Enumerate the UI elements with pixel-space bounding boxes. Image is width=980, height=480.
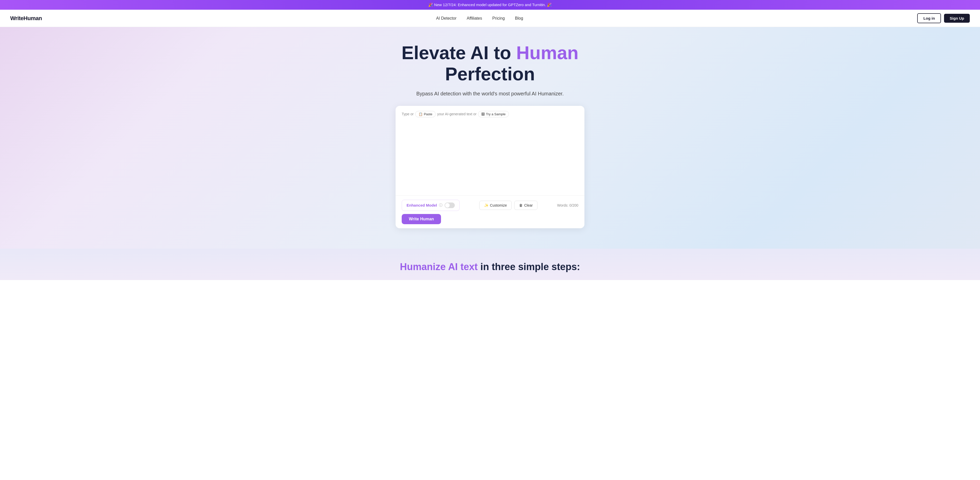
steps-title: Humanize AI text in three simple steps: (5, 261, 975, 272)
enhanced-model-label: Enhanced Model (407, 203, 437, 208)
steps-title-rest: in three simple steps: (478, 261, 580, 272)
editor-card: Type or 📋 Paste your AI-generated text o… (396, 106, 584, 228)
hero-title-part2: Perfection (445, 64, 535, 84)
textarea-header: Type or 📋 Paste your AI-generated text o… (402, 111, 578, 117)
hero-title: Elevate AI to Human Perfection (375, 42, 605, 85)
announcement-emoji-right: 🎉 (547, 3, 552, 7)
main-textarea[interactable] (402, 120, 578, 192)
nav-link-blog[interactable]: Blog (515, 16, 523, 21)
card-footer: Enhanced Model ⓘ ✨ Customize 🗑 Clear Wor… (396, 195, 584, 228)
hero-subtitle: Bypass AI detection with the world's mos… (416, 91, 563, 97)
action-buttons: ✨ Customize 🗑 Clear (479, 201, 538, 210)
logo[interactable]: WriteHuman (10, 15, 42, 22)
clear-button[interactable]: 🗑 Clear (514, 201, 538, 210)
hero-title-part1: Elevate AI to (401, 43, 516, 63)
enhanced-model-section: Enhanced Model ⓘ (402, 200, 460, 211)
navbar: WriteHuman AI Detector Affiliates Pricin… (0, 10, 980, 27)
nav-link-pricing[interactable]: Pricing (492, 16, 505, 21)
type-or-label: Type or (402, 112, 414, 116)
nav-link-affiliates[interactable]: Affiliates (467, 16, 482, 21)
write-human-button[interactable]: Write Human (402, 214, 441, 224)
enhanced-model-toggle[interactable] (445, 203, 455, 208)
steps-title-highlight: Humanize AI text (400, 261, 478, 272)
nav-actions: Log in Sign Up (917, 13, 970, 23)
clear-label: Clear (524, 203, 533, 208)
nav-link-ai-detector[interactable]: AI Detector (436, 16, 457, 21)
clear-icon: 🗑 (519, 203, 523, 208)
try-sample-label: Try a Sample (486, 112, 506, 116)
login-button[interactable]: Log in (917, 13, 941, 23)
announcement-text: New 12/7/24: Enhanced model updated for … (434, 3, 546, 7)
help-icon[interactable]: ⓘ (439, 203, 442, 208)
paste-label: Paste (424, 112, 432, 116)
nav-links: AI Detector Affiliates Pricing Blog (436, 16, 523, 21)
hero-section: Elevate AI to Human Perfection Bypass AI… (0, 27, 980, 249)
customize-button[interactable]: ✨ Customize (479, 201, 512, 210)
customize-icon: ✨ (484, 203, 488, 208)
between-label: your AI-generated text or (437, 112, 476, 116)
try-sample-button[interactable]: 🖼 Try a Sample (478, 111, 509, 117)
word-count: Words: 0/200 (557, 203, 578, 208)
steps-section: Humanize AI text in three simple steps: (0, 249, 980, 280)
try-sample-icon: 🖼 (481, 112, 485, 116)
hero-title-highlight: Human (516, 43, 579, 63)
announcement-bar: 🎉 New 12/7/24: Enhanced model updated fo… (0, 0, 980, 10)
announcement-emoji-left: 🎉 (428, 3, 433, 7)
signup-button[interactable]: Sign Up (944, 14, 970, 23)
paste-icon: 📋 (418, 112, 423, 116)
customize-label: Customize (490, 203, 507, 208)
textarea-area: Type or 📋 Paste your AI-generated text o… (396, 106, 584, 195)
paste-button[interactable]: 📋 Paste (415, 111, 436, 117)
